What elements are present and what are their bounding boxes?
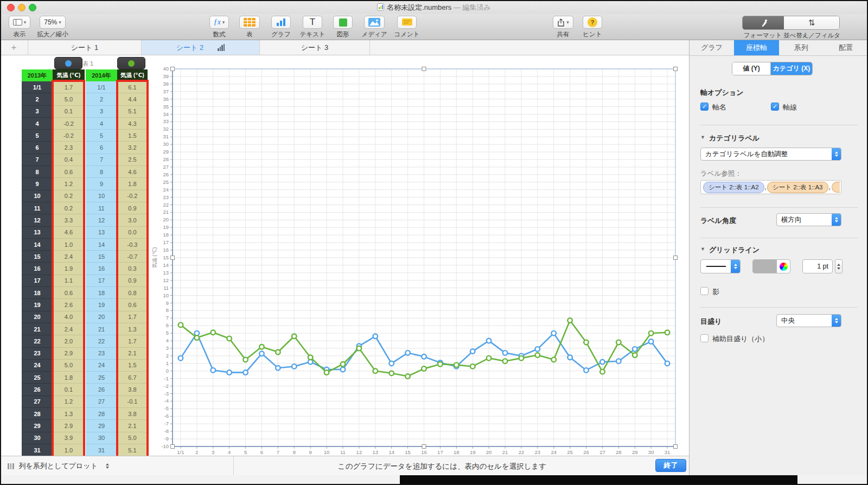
data-point-marker[interactable] (259, 344, 264, 349)
data-point-marker[interactable] (178, 356, 183, 361)
gridline-color-well[interactable] (752, 259, 790, 273)
data-point-marker[interactable] (389, 371, 394, 376)
table-cell[interactable]: 1/1 (86, 81, 117, 93)
header-temp-2013[interactable]: 気温 (℃) (53, 69, 85, 81)
table-cell[interactable]: 4.6 (117, 166, 148, 178)
table-cell[interactable]: 14 (86, 239, 117, 251)
table-cell[interactable]: 6 (86, 142, 117, 154)
table-cell[interactable]: 24 (22, 360, 53, 372)
table-cell[interactable]: 3.0 (117, 214, 148, 226)
table-cell[interactable]: 1.5 (117, 130, 148, 142)
table-cell[interactable]: 5.0 (53, 360, 85, 372)
table-cell[interactable]: 15 (86, 251, 117, 263)
table-cell[interactable]: 0.2 (53, 202, 85, 214)
data-point-marker[interactable] (487, 356, 492, 361)
data-point-marker[interactable] (616, 359, 621, 363)
sheet-tab-1[interactable]: シート 1 (28, 40, 142, 55)
table-cell[interactable]: 11 (86, 202, 117, 214)
table-cell[interactable]: 2.1 (117, 420, 148, 432)
axis-name-checkbox[interactable] (700, 103, 709, 111)
reference-token-partial[interactable] (832, 182, 840, 193)
shadow-checkbox[interactable] (700, 287, 709, 295)
data-point-marker[interactable] (227, 370, 232, 375)
table-cell[interactable]: 23 (86, 348, 117, 360)
data-point-marker[interactable] (178, 323, 183, 328)
table-cell[interactable]: 26 (22, 384, 53, 395)
selection-handle[interactable] (674, 256, 678, 260)
table-cell[interactable]: 27 (86, 396, 117, 408)
table-cell[interactable]: 8 (22, 166, 53, 178)
table-cell[interactable]: 4 (22, 118, 53, 130)
table-cell[interactable]: -0.2 (53, 130, 85, 142)
table-cell[interactable]: 1.9 (53, 263, 85, 275)
table-cell[interactable]: 2.9 (53, 420, 85, 432)
table-cell[interactable]: 5 (22, 130, 53, 142)
table-cell[interactable]: 21 (86, 323, 117, 335)
table-cell[interactable]: 1.3 (53, 408, 85, 420)
text-button[interactable]: T (303, 16, 322, 29)
axis-line-checkbox[interactable] (771, 103, 779, 111)
chart-canvas[interactable]: -10-9-8-7-6-5-4-3-2-10123456789101112131… (150, 55, 689, 456)
header-2014[interactable]: 2014年 (86, 69, 117, 81)
width-stepper[interactable] (835, 259, 843, 273)
selection-handle[interactable] (422, 445, 426, 449)
table-cell[interactable]: 5.0 (53, 93, 85, 105)
table-cell[interactable]: 10 (22, 190, 53, 202)
table-cell[interactable]: 30 (22, 432, 53, 444)
table-cell[interactable]: 4.6 (53, 227, 85, 239)
table-cell[interactable]: 1.8 (53, 372, 85, 384)
data-point-marker[interactable] (373, 334, 378, 339)
table-cell[interactable]: 0.3 (117, 263, 148, 275)
table-cell[interactable]: 0.0 (117, 227, 148, 239)
table-cell[interactable]: 16 (22, 263, 53, 275)
table-cell[interactable]: 17 (86, 275, 117, 287)
table-cell[interactable]: 15 (22, 251, 53, 263)
table-button[interactable] (239, 16, 260, 29)
table-cell[interactable]: 1.2 (53, 178, 85, 190)
table-cell[interactable]: 17 (22, 275, 53, 287)
table-cell[interactable]: 2.6 (53, 299, 85, 311)
table-cell[interactable]: 25 (86, 372, 117, 384)
table-cell[interactable]: 0.9 (117, 202, 148, 214)
table-cell[interactable]: 5 (86, 130, 117, 142)
table-cell[interactable]: -0.1 (117, 396, 148, 408)
table-cell[interactable]: 1.8 (117, 178, 148, 190)
table-cell[interactable]: 29 (22, 420, 53, 432)
data-point-marker[interactable] (243, 370, 248, 375)
minor-ticks-checkbox[interactable] (700, 334, 709, 342)
label-angle-dropdown[interactable]: 横方向 (776, 213, 841, 226)
table-cell[interactable]: 3.9 (53, 432, 85, 444)
selection-handle[interactable] (171, 67, 175, 71)
table-cell[interactable]: 0.1 (53, 106, 85, 118)
data-point-marker[interactable] (195, 335, 200, 340)
view-button[interactable]: ▾ (9, 16, 31, 29)
data-point-marker[interactable] (357, 346, 362, 351)
table-cell[interactable]: 2.1 (117, 348, 148, 360)
table-cell[interactable]: 3 (22, 106, 53, 118)
segment-value-y[interactable]: 値 (Y) (732, 62, 771, 75)
table-cell[interactable]: 3 (86, 106, 117, 118)
table-cell[interactable]: 12 (22, 214, 53, 226)
tab-arrange[interactable]: 配置 (824, 40, 868, 55)
tab-series[interactable]: 系列 (779, 40, 824, 55)
table-cell[interactable]: 2 (86, 93, 117, 105)
series-tab-2014[interactable] (117, 57, 145, 69)
table-cell[interactable]: 9 (22, 178, 53, 190)
table-cell[interactable]: 5.0 (117, 432, 148, 444)
table-cell[interactable]: 4.4 (117, 93, 148, 105)
table-cell[interactable]: 22 (86, 335, 117, 347)
sheet-tab-2[interactable]: シート 2 (142, 40, 260, 55)
table-cell[interactable]: 2.4 (53, 251, 85, 263)
data-point-marker[interactable] (259, 351, 264, 356)
data-point-marker[interactable] (535, 353, 540, 358)
sheet-tab-3[interactable]: シート 3 (260, 40, 370, 55)
table-cell[interactable]: 0.1 (53, 384, 85, 395)
table-cell[interactable]: 29 (86, 420, 117, 432)
data-point-marker[interactable] (600, 360, 605, 365)
formula-button[interactable]: ƒx ▾ (209, 16, 229, 29)
table-cell[interactable]: 28 (86, 408, 117, 420)
table-cell[interactable]: 23 (22, 348, 53, 360)
table-cell[interactable]: 16 (86, 263, 117, 275)
table-cell[interactable]: 5.1 (117, 444, 148, 456)
table-cell[interactable]: 19 (22, 299, 53, 311)
